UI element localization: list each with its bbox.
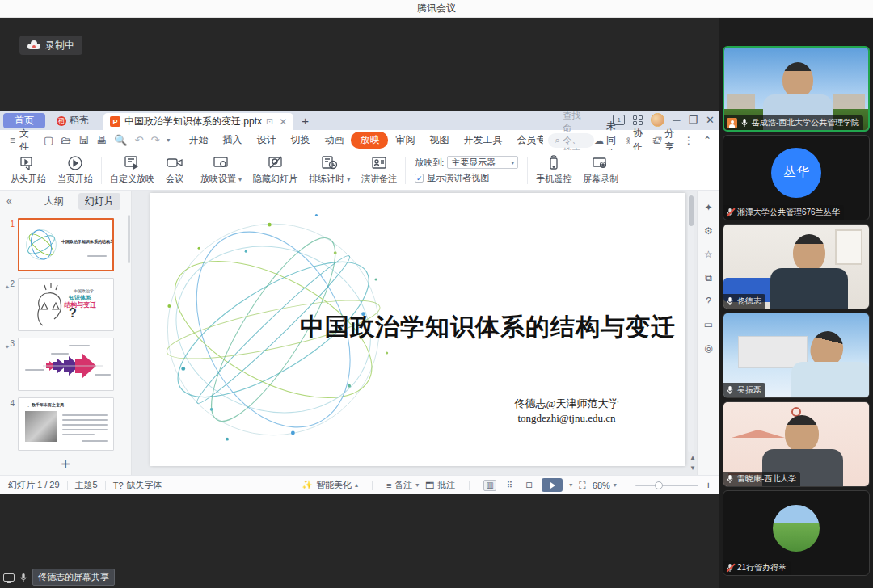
save-icon[interactable]: 🖫 [78,134,89,146]
presenter-view-checkbox[interactable]: ✓ [415,174,424,183]
participant-tile[interactable]: 21行管办得萃 [723,490,870,576]
collapse-ribbon-icon[interactable]: ⌃ [703,135,711,146]
from-beginning-button[interactable]: 从头开始 [5,155,52,185]
tab-docer[interactable]: 稻 稻壳 [48,113,97,128]
add-slide-button[interactable]: + [0,456,131,474]
favorites-icon[interactable]: ☆ [704,249,713,260]
fit-window-icon[interactable]: ⛶ [579,480,585,491]
zoom-slider-knob[interactable] [655,481,663,489]
properties-icon[interactable]: ⚙ [704,225,713,237]
new-tab-button[interactable]: + [302,114,309,128]
slide-title[interactable]: 中国政治学知识体系的结构与变迁 [300,311,676,344]
screen-record-button[interactable]: 屏幕录制 [577,155,624,185]
new-file-icon[interactable]: ▢ [44,134,53,146]
participant-tile[interactable]: 岳成浩-西北大学公共管理学院 [723,46,870,132]
participant-nameplate: 吴振磊 [723,383,765,397]
share-mic-icon[interactable] [19,573,27,582]
more-icon[interactable]: ⋮ [684,135,694,146]
recording-badge[interactable]: 录制中 [19,36,82,55]
slide-author-block[interactable]: 佟德志@天津师范大学 tongdezhi@tjnu.edu.cn [474,397,660,425]
clipboard-icon[interactable]: ⧉ [705,272,712,284]
wps-body: « 大纲 幻灯片 1 中国政治学知识体系的结构与变迁 [0,191,719,475]
canvas-scrollbar[interactable] [688,194,694,452]
slide-thumb-row-3[interactable]: ✦3 [2,338,126,391]
show-settings-button[interactable]: ​放映设置 ▾ [195,155,247,185]
menu-member[interactable]: 会员专享 [509,132,543,149]
collapse-panel-icon[interactable]: « [6,195,12,207]
reading-view-button[interactable]: ⊡ [522,480,535,491]
slide-thumb-row-1[interactable]: 1 中国政治学知识体系的结构与变迁 [2,218,126,271]
slide-thumbnail-1[interactable]: 中国政治学知识体系的结构与变迁 [18,218,114,271]
zoom-level[interactable]: 68% ▾ [593,481,617,490]
comment-icon: 🗔 [425,481,434,490]
share-label[interactable]: 佟德志的屏幕共享 [32,569,115,586]
panel-scrollbar[interactable] [128,215,130,263]
slide-thumb-row-2[interactable]: ✦2 中国政治学 知识体系 结构与变迁 ? [2,278,126,331]
hide-slide-icon [267,155,285,171]
open-file-icon[interactable]: 🗁 [61,134,71,146]
phone-remote-button[interactable]: 手机遥控 [530,155,577,185]
slide-thumb-row-4[interactable]: 4 一、数千年未有之变局 [2,397,126,451]
stickers-icon[interactable]: ◎ [704,342,712,354]
menu-start[interactable]: 开始 [181,132,215,149]
tab-pin-icon[interactable]: ⊡ [266,116,273,127]
participant-tile[interactable]: 吴振磊 [723,313,870,398]
menu-review[interactable]: 审阅 [388,132,422,149]
command-search-box[interactable]: ⌕ 查找命令、搜索模板 [548,133,594,148]
tab-outline[interactable]: 大纲 [38,193,70,210]
help-icon[interactable]: ? [706,296,711,307]
normal-view-button[interactable]: ▥ [483,480,496,491]
beautify-button[interactable]: ✨ 智能美化 ▴ [302,479,358,491]
zoom-in-button[interactable]: + [705,479,711,491]
slide-canvas[interactable]: 中国政治学知识体系的结构与变迁 佟德志@天津师范大学 tongdezhi@tjn… [150,193,685,466]
play-slideshow-button[interactable] [542,478,563,492]
wps-statusbar: 幻灯片 1 / 29 主题5 T? 缺失字体 ✨ 智能美化 ▴ ≡ 备注 ▾ [0,475,719,494]
shapes-icon[interactable]: ▭ [704,319,713,330]
menu-slideshow[interactable]: 放映 [351,132,388,149]
zoom-out-button[interactable]: − [623,479,630,491]
tab-document[interactable]: P 中国政治学知识体系的变迁.pptx ⊡ ✕ [103,113,293,130]
custom-show-button[interactable]: 自定义放映 [104,155,160,185]
display-target-select[interactable]: 主要显示器▾ [447,156,518,169]
toolbar-caret-icon[interactable]: ▾ [167,136,170,144]
menu-transition[interactable]: 切换 [283,132,317,149]
tab-close-icon[interactable]: ✕ [279,116,287,128]
print-icon[interactable]: 🖶 [96,134,107,146]
undo-icon[interactable]: ↶ [135,134,144,146]
sorter-view-button[interactable]: ⠿ [503,480,516,491]
theme-indicator[interactable]: 主题5 [75,479,98,491]
play-options-caret[interactable]: ▾ [569,481,572,489]
rehearse-timing-button[interactable]: ​排练计时 ▾ [303,155,356,185]
missing-font-indicator[interactable]: T? 缺失字体 [113,479,162,491]
menu-design[interactable]: 设计 [249,132,283,149]
participant-tile[interactable]: 雷晓康-西北大学 [723,401,870,487]
preview-icon[interactable]: 🔍 [114,134,127,146]
share-icon: 🖅 [652,135,662,146]
menu-insert[interactable]: 插入 [215,132,249,149]
from-current-button[interactable]: 当页开始 [52,155,99,185]
meeting-button[interactable]: 会议 [160,155,189,185]
participant-tile[interactable]: 佟德志 [723,224,870,309]
slide-thumbnail-2[interactable]: 中国政治学 知识体系 结构与变迁 ? [18,278,114,331]
smart-tools-icon[interactable]: ✦ [704,202,712,213]
hide-slide-button[interactable]: 隐藏幻灯片 [247,155,303,185]
menu-animation[interactable]: 动画 [317,132,351,149]
slide-thumbnail-4[interactable]: 一、数千年未有之变局 [18,397,114,451]
thumb4-photo [25,411,57,442]
tab-slides[interactable]: 幻灯片 [78,193,120,210]
prev-slide-button[interactable]: ▲ [690,454,696,461]
next-slide-button[interactable]: ▼ [690,464,696,472]
participant-tile[interactable]: 丛华 湘潭大学公共管理676兰丛华 [723,135,870,220]
menu-view[interactable]: 视图 [422,132,456,149]
custom-show-icon [124,155,141,171]
zoom-slider[interactable] [635,485,698,486]
screen-share-icon[interactable] [3,573,15,582]
comments-button[interactable]: 🗔 批注 [425,479,455,491]
redo-icon[interactable]: ↷ [150,134,159,146]
participant-name: 湘潭大学公共管理676兰丛华 [737,207,840,218]
recording-label: 录制中 [45,39,74,52]
speaker-notes-button[interactable]: 演讲备注 [356,155,403,185]
menu-devtools[interactable]: 开发工具 [456,132,509,149]
slide-thumbnail-3[interactable] [18,338,114,391]
notes-button[interactable]: ≡ 备注 ▾ [386,479,419,491]
